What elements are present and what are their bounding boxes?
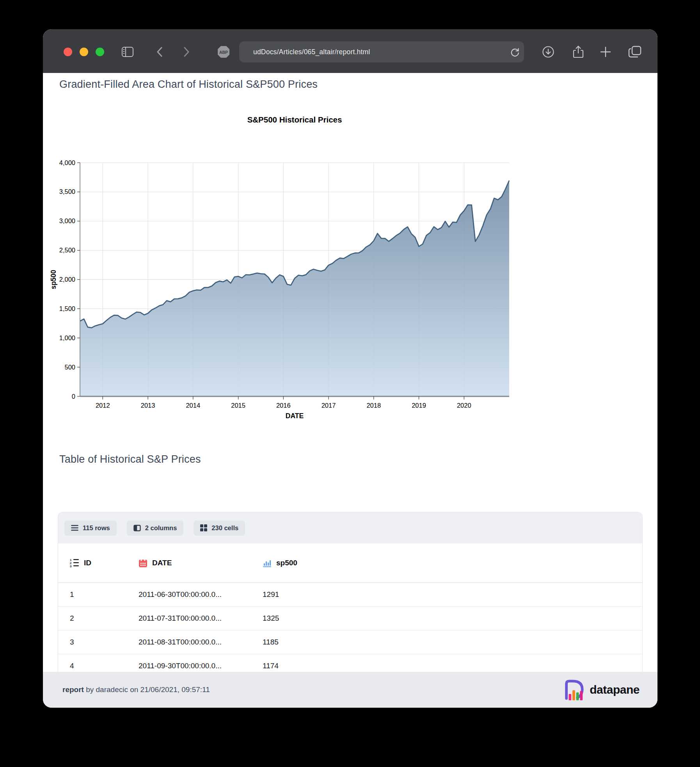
x-axis-labels: 201220132014201520162017201820192020 [96, 396, 471, 409]
cell-sp500: 1185 [251, 630, 642, 654]
address-bar[interactable]: udDocs/Articles/065_altair/report.html [239, 41, 524, 62]
rows-count-badge: 115 rows [64, 520, 117, 536]
svg-text:4,000: 4,000 [59, 159, 75, 166]
url-text[interactable]: udDocs/Articles/065_altair/report.html [239, 48, 506, 56]
cells-count-label: 230 cells [211, 524, 238, 532]
table-section-title: Table of Historical S&P Prices [59, 453, 201, 465]
report-page: Gradient-Filled Area Chart of Historical… [43, 73, 657, 672]
browser-window: ABP udDocs/Articles/065_altair/report.ht… [43, 29, 657, 708]
calendar-icon [139, 559, 147, 568]
rows-icon [71, 525, 78, 531]
svg-text:1,500: 1,500 [59, 305, 75, 312]
columns-count-badge: 2 columns [127, 520, 184, 536]
svg-text:0: 0 [72, 393, 75, 400]
cell-date: 2011-09-30T00:00:00.0... [127, 654, 251, 672]
svg-text:2015: 2015 [231, 402, 245, 409]
svg-text:2,000: 2,000 [59, 276, 75, 283]
svg-text:3,500: 3,500 [59, 188, 75, 195]
report-label: report [62, 685, 84, 694]
table-stats-bar: 115 rows 2 columns 230 cells [58, 512, 642, 543]
cell-id: 3 [58, 630, 127, 654]
svg-text:2013: 2013 [141, 402, 155, 409]
svg-text:2017: 2017 [322, 402, 336, 409]
cell-sp500: 1325 [251, 607, 642, 630]
datapane-wordmark: datapane [590, 683, 640, 696]
svg-text:3: 3 [70, 565, 72, 568]
svg-text:ABP: ABP [219, 50, 228, 55]
cell-id: 2 [58, 607, 127, 630]
columns-icon [133, 525, 141, 531]
column-header-date[interactable]: DATE [127, 543, 251, 583]
bar-chart-icon [263, 559, 272, 567]
area-fill [80, 181, 510, 396]
svg-text:2,500: 2,500 [59, 247, 75, 254]
svg-text:2012: 2012 [96, 402, 110, 409]
svg-text:2014: 2014 [186, 402, 200, 409]
minimize-window-button[interactable] [80, 48, 88, 56]
cell-id: 1 [58, 583, 127, 607]
new-tab-icon[interactable] [599, 45, 613, 59]
column-header-sp500[interactable]: sp500 [251, 543, 642, 583]
svg-text:1,000: 1,000 [59, 334, 75, 341]
sidebar-toggle-icon[interactable] [121, 45, 135, 59]
credit-text: by daradecic on 21/06/2021, 09:57:11 [84, 685, 210, 694]
svg-text:2019: 2019 [412, 402, 426, 409]
rows-count-label: 115 rows [83, 524, 110, 532]
adblock-abp-icon[interactable]: ABP [217, 45, 231, 59]
datapane-logo[interactable]: datapane [562, 678, 640, 701]
table-row: 22011-07-31T00:00:00.0...1325 [58, 607, 642, 630]
cell-date: 2011-08-31T00:00:00.0... [127, 630, 251, 654]
data-table-card: 115 rows 2 columns 230 cells [58, 512, 643, 672]
back-icon[interactable] [153, 45, 167, 59]
svg-text:2018: 2018 [366, 402, 381, 409]
y-axis-title: sp500 [50, 270, 57, 289]
cell-sp500: 1174 [251, 654, 642, 672]
column-label-sp500: sp500 [276, 559, 297, 567]
sp500-table: 1 2 3 ID [58, 543, 642, 672]
share-icon[interactable] [571, 45, 585, 59]
report-footer: report by daradecic on 21/06/2021, 09:57… [43, 672, 657, 708]
cells-icon [200, 524, 207, 531]
tab-overview-icon[interactable] [628, 45, 642, 59]
cell-id: 4 [58, 654, 127, 672]
column-header-id[interactable]: 1 2 3 ID [58, 543, 127, 583]
table-row: 12011-06-30T00:00:00.0...1291 [58, 583, 642, 607]
table-row: 32011-08-31T00:00:00.0...1185 [58, 630, 642, 654]
numbered-list-icon: 1 2 3 [70, 558, 79, 568]
datapane-logo-icon [562, 678, 585, 701]
svg-text:3,000: 3,000 [59, 217, 75, 224]
column-label-id: ID [84, 559, 91, 567]
table-header-row: 1 2 3 ID [58, 543, 642, 583]
report-credit: report by daradecic on 21/06/2021, 09:57… [62, 685, 210, 694]
column-label-date: DATE [152, 559, 172, 567]
close-window-button[interactable] [64, 48, 72, 56]
y-axis-labels: 05001,0001,5002,0002,5003,0003,5004,000 [59, 159, 80, 400]
x-axis-title: DATE [286, 412, 304, 420]
forward-icon[interactable] [179, 45, 194, 59]
cells-count-badge: 230 cells [194, 520, 245, 536]
browser-titlebar: ABP udDocs/Articles/065_altair/report.ht… [43, 29, 657, 73]
svg-text:2020: 2020 [457, 402, 471, 409]
zoom-window-button[interactable] [96, 48, 104, 56]
cell-sp500: 1291 [251, 583, 642, 607]
columns-count-label: 2 columns [145, 524, 177, 532]
downloads-icon[interactable] [541, 45, 555, 59]
svg-text:500: 500 [64, 364, 75, 371]
chart-title: S&P500 Historical Prices [247, 115, 342, 124]
table-row: 42011-09-30T00:00:00.0...1174 [58, 654, 642, 672]
sp500-area-chart: 05001,0001,5002,0002,5003,0003,5004,0002… [43, 73, 657, 428]
cell-date: 2011-06-30T00:00:00.0... [127, 583, 251, 607]
cell-date: 2011-07-31T00:00:00.0... [127, 607, 251, 630]
reload-icon[interactable] [506, 41, 524, 62]
svg-text:2016: 2016 [276, 402, 291, 409]
